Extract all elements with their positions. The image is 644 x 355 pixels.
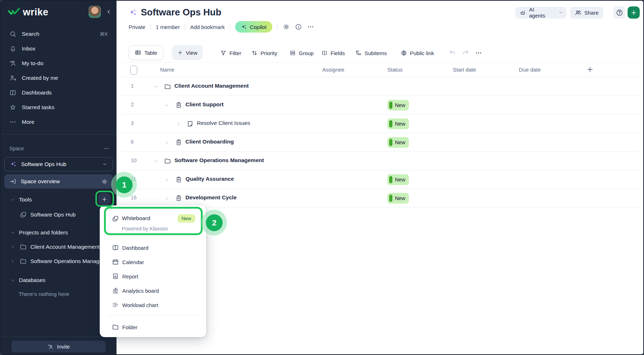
chevron-down-icon[interactable] (10, 197, 15, 203)
chevron-down-icon[interactable] (10, 278, 15, 283)
add-column-icon[interactable] (586, 65, 594, 73)
column-header-status[interactable]: Status (387, 67, 403, 73)
status-badge[interactable]: New (387, 137, 409, 148)
item-name[interactable]: Software Operations Management (174, 157, 264, 164)
nav-label: Inbox (22, 45, 35, 52)
share-button[interactable]: Share (570, 7, 603, 19)
sidebar-item-software-ops-hub-tool[interactable]: Software Ops Hub (1, 208, 117, 221)
projects-group-row[interactable]: Projects and folders (1, 226, 117, 239)
create-new-button[interactable] (628, 6, 640, 19)
add-bookmark-button[interactable]: Add bookmark (190, 24, 225, 30)
settings-gear-icon[interactable] (283, 23, 290, 30)
column-header-due-date[interactable]: Due date (519, 67, 541, 73)
item-type-icon (175, 102, 182, 109)
status-badge[interactable]: New (387, 118, 409, 129)
info-icon[interactable] (295, 23, 302, 30)
item-name[interactable]: Client Account Management (174, 83, 249, 89)
sidebar-item-my-to-do[interactable]: My to-do (1, 56, 117, 70)
space-options-icon[interactable] (103, 145, 109, 152)
sidebar-item-more[interactable]: More (1, 115, 117, 129)
expand-icon[interactable] (164, 177, 170, 183)
expand-icon[interactable] (164, 196, 170, 201)
space-settings-gear-icon[interactable] (101, 178, 108, 185)
column-header-start-date[interactable]: Start date (453, 67, 476, 73)
copilot-button[interactable]: Copilot (235, 21, 272, 33)
toolbar-button-label: Group (299, 50, 314, 56)
folder-menu-label: Folder (122, 324, 138, 330)
nav-label: Created by me (22, 75, 58, 81)
databases-group-row[interactable]: Databases (1, 274, 117, 287)
sidebar-item-search[interactable]: Search ⌘K (1, 26, 117, 41)
sidebar-item-inbox[interactable]: Inbox (1, 41, 117, 56)
menu-item-calendar[interactable]: Calendar (100, 255, 206, 269)
menu-item-report[interactable]: Report (100, 269, 206, 283)
status-badge[interactable]: New (387, 193, 409, 204)
sidebar-item-dashboards[interactable]: Dashboards (1, 85, 117, 100)
menu-item-folder[interactable]: Folder (100, 320, 206, 334)
menu-item-icon (112, 258, 119, 266)
expand-icon[interactable] (153, 84, 159, 89)
toolbar-button-public-link[interactable]: Public link (401, 44, 434, 62)
table-row[interactable]: 3 Resolve Client Issues New (122, 115, 639, 133)
column-header-assignee[interactable]: Assignee (322, 67, 345, 73)
help-button[interactable] (613, 6, 625, 19)
sidebar-item-software-operations-management[interactable]: Software Operations Management (1, 255, 117, 268)
add-view-button[interactable]: View (172, 45, 203, 60)
chevron-right-icon[interactable] (10, 244, 15, 250)
table-row[interactable]: 1 Client Account Management (122, 77, 639, 96)
sidebar-item-client-account-management[interactable]: Client Account Management (1, 240, 117, 253)
item-name[interactable]: Resolve Client Issues (197, 120, 250, 126)
table-row[interactable]: 15 Development Cycle New (122, 189, 639, 208)
nav-label: Starred tasks (22, 104, 54, 111)
select-all-checkbox[interactable] (130, 65, 137, 75)
sidebar-item-starred-tasks[interactable]: Starred tasks (1, 100, 117, 115)
privacy-label[interactable]: Private (129, 24, 145, 30)
table-row[interactable]: 10 Software Operations Management (122, 152, 639, 170)
row-number: 2 (131, 102, 142, 107)
toolbar-button-filter[interactable]: Filter (220, 44, 241, 62)
menu-item-label: Dashboard (122, 245, 148, 251)
redo-icon[interactable] (462, 49, 470, 57)
item-name[interactable]: Client Onboarding (185, 138, 234, 145)
avatar[interactable] (89, 6, 101, 18)
toolbar-button-group[interactable]: Group (289, 44, 314, 62)
expand-icon[interactable] (164, 140, 170, 145)
sidebar-item-space-overview[interactable]: Space overview (4, 174, 113, 189)
status-badge[interactable]: New (387, 174, 409, 185)
item-name[interactable]: Quality Assurance (185, 176, 234, 182)
status-badge[interactable]: New (387, 100, 409, 111)
item-name[interactable]: Client Support (185, 101, 224, 108)
table-row[interactable]: 6 Client Onboarding New (122, 133, 639, 152)
toolbar-button-subitems[interactable]: Subitems (355, 44, 387, 62)
collapse-sidebar-icon[interactable] (105, 8, 112, 15)
more-options-icon[interactable] (307, 23, 314, 30)
table-row[interactable]: 2 Client Support New (122, 96, 639, 115)
chevron-right-icon[interactable] (10, 259, 15, 264)
expand-icon[interactable] (176, 121, 181, 127)
toolbar-button-priority[interactable]: Priority (251, 44, 277, 62)
menu-item-dashboard[interactable]: Dashboard (100, 240, 206, 255)
menu-item-analytics-board[interactable]: Analytics board (100, 283, 206, 298)
table-row[interactable]: 11 Quality Assurance New (122, 170, 639, 189)
sidebar-item-created-by-me[interactable]: Created by me (1, 70, 117, 85)
space-selector[interactable]: Software Ops Hub (4, 157, 113, 171)
expand-icon[interactable] (153, 159, 159, 164)
row-number: 1 (131, 83, 142, 89)
chevron-down-icon[interactable] (558, 10, 563, 15)
tools-group-label: Tools (19, 196, 32, 203)
status-label: New (395, 102, 405, 108)
toolbar-button-fields[interactable]: Fields (321, 44, 345, 62)
undo-icon[interactable] (449, 49, 456, 57)
column-header-name[interactable]: Name (160, 67, 174, 73)
expand-icon[interactable] (164, 103, 170, 108)
ai-agents-button[interactable]: AI agents (515, 7, 566, 19)
tab-table-view[interactable]: Table (129, 45, 163, 60)
menu-item-workload-chart[interactable]: Workload chart (100, 298, 206, 312)
toolbar-more-icon[interactable] (475, 49, 482, 57)
item-name[interactable]: Development Cycle (185, 194, 237, 201)
invite-button[interactable]: Invite (11, 341, 106, 352)
members-label[interactable]: 1 member (156, 24, 180, 30)
nav-label: More (22, 119, 34, 125)
nav-icon (9, 45, 16, 52)
chevron-down-icon[interactable] (10, 230, 15, 235)
